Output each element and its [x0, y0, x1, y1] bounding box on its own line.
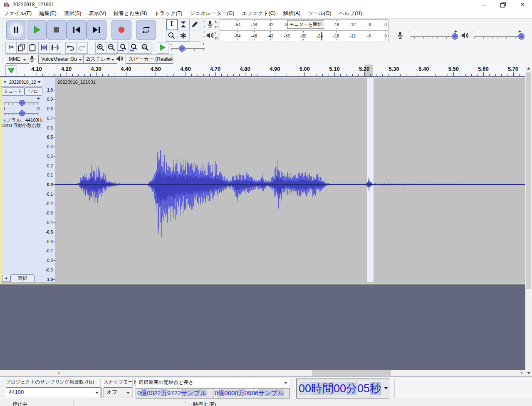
tools-grip[interactable] [162, 20, 165, 40]
menu-item-9[interactable]: ツール(O) [304, 9, 335, 18]
speed-slider-thumb[interactable] [179, 45, 185, 52]
track-title-menu[interactable]: 20220918_12 [9, 79, 42, 85]
multi-tool-button[interactable] [178, 30, 190, 42]
minimize-button[interactable]: — [475, 0, 494, 9]
play-volume-thumb[interactable] [518, 33, 525, 40]
digit-segment[interactable]: 0000 [224, 389, 238, 396]
horizontal-scroll-thumb[interactable] [312, 370, 391, 376]
snap-mode-combo[interactable]: オフ [104, 387, 133, 398]
scroll-left-arrow[interactable]: ‹ [55, 370, 62, 376]
loop-button[interactable] [136, 20, 156, 40]
waveform-display[interactable] [55, 78, 525, 282]
menu-item-5[interactable]: トラック(T) [151, 9, 186, 18]
digit-segment[interactable]: 万 [161, 389, 167, 396]
menu-item-8[interactable]: 解析(A) [280, 9, 304, 18]
menu-item-1[interactable]: 編集(E) [35, 9, 60, 18]
menu-item-0[interactable]: ファイル(F) [0, 9, 35, 18]
digit-segment[interactable]: 9722 [167, 389, 181, 396]
vertical-ruler[interactable]: 1.00.90.80.70.60.50.40.30.20.10.0-0.1-0.… [42, 78, 55, 282]
mixer-grip[interactable] [390, 31, 393, 40]
digit-segment[interactable]: 億 [141, 389, 147, 396]
fit-project-button[interactable] [129, 42, 140, 54]
track-close-button[interactable]: ✕ [2, 79, 8, 85]
recording-device-combo[interactable]: VoiceMeeter Ou [38, 55, 85, 64]
pause-button[interactable] [6, 20, 26, 40]
play-at-speed-button[interactable] [157, 42, 168, 54]
selection-start-field[interactable]: 0億0022万9722サンプル [136, 388, 213, 399]
zoom-toggle-button[interactable] [140, 42, 151, 54]
digit-segment[interactable]: 0986 [245, 389, 258, 396]
skip-to-end-button[interactable] [87, 20, 106, 40]
digit-segment[interactable]: 億 [218, 389, 224, 396]
fit-selection-button[interactable] [118, 42, 129, 54]
play-button[interactable] [27, 20, 47, 40]
zoom-tool-button[interactable] [166, 30, 178, 42]
digit-segment[interactable]: 時間 [311, 382, 334, 395]
trim-audio-button[interactable] [39, 42, 50, 54]
playback-meter[interactable]: -54-48-42-36-30-24-18-12-60 [220, 30, 388, 42]
timeline-ruler[interactable]: 4.104.204.304.404.504.604.704.804.905.00… [0, 65, 525, 77]
scroll-up-arrow[interactable] [527, 67, 530, 70]
project-rate-combo[interactable]: 44100 [6, 387, 101, 398]
gain-slider-thumb[interactable] [19, 100, 25, 106]
selection-length-field[interactable]: 0億0000万0986サンプル [213, 388, 290, 399]
menu-item-6[interactable]: ジェネレーター(G) [186, 9, 238, 18]
digit-segment[interactable]: 00 [334, 382, 346, 395]
transport-grip[interactable] [0, 20, 3, 40]
track-collapse-button[interactable]: ▲ [2, 275, 10, 282]
menu-item-3[interactable]: 表示(V) [85, 9, 110, 18]
digit-segment[interactable]: サンプル [258, 389, 284, 396]
close-button[interactable]: ✕ [513, 0, 532, 9]
channels-combo[interactable]: 2(ステレオ [83, 55, 117, 64]
menu-item-7[interactable]: エフェクト(C) [238, 9, 279, 18]
edit-grip[interactable] [0, 42, 3, 52]
silence-audio-button[interactable] [49, 42, 61, 54]
speed-slider[interactable] [171, 48, 205, 49]
stop-button[interactable] [47, 20, 67, 40]
digit-segment[interactable]: 分 [346, 382, 357, 395]
vertical-scrollbar[interactable] [525, 65, 532, 376]
cut-button[interactable]: ✂ [5, 42, 17, 54]
horizontal-scrollbar[interactable]: ‹ › [0, 370, 525, 376]
scroll-right-arrow[interactable]: › [518, 370, 525, 376]
redo-button[interactable] [76, 42, 88, 54]
record-volume-thumb[interactable] [452, 33, 458, 40]
digit-segment[interactable]: 万 [238, 389, 245, 396]
selbar-grip[interactable] [0, 379, 3, 398]
zoom-in-button[interactable] [95, 42, 107, 54]
track-select-button[interactable]: 選択 [10, 274, 35, 282]
skip-to-start-button[interactable] [67, 20, 87, 40]
solo-button[interactable]: ソロ [25, 87, 42, 96]
selection-tool-button[interactable]: I [166, 19, 178, 30]
mute-button[interactable]: ミュート [2, 87, 25, 96]
paste-button[interactable] [27, 42, 39, 54]
menu-item-2[interactable]: 選択(S) [60, 9, 85, 18]
audio-position-field[interactable]: 00時間00分05秒 [296, 379, 389, 399]
restore-button[interactable] [494, 0, 513, 9]
undo-button[interactable] [65, 42, 77, 54]
digit-segment[interactable]: 05 [357, 382, 370, 395]
device-grip[interactable] [0, 54, 3, 63]
record-button[interactable] [111, 20, 131, 40]
record-volume-slider[interactable] [410, 36, 456, 37]
playback-device-combo[interactable]: スピーカー (Realtek [126, 55, 173, 64]
digit-segment[interactable]: 00 [299, 382, 311, 395]
digit-segment[interactable]: 秒 [370, 382, 381, 395]
copy-button[interactable] [16, 42, 28, 54]
menu-item-10[interactable]: ヘルプ(H) [335, 9, 366, 18]
zoom-out-button[interactable] [106, 42, 118, 54]
pan-slider-thumb[interactable] [19, 110, 25, 116]
envelope-tool-button[interactable] [178, 19, 190, 30]
selection-mode-combo[interactable]: 選択範囲の開始点と長さ [136, 378, 290, 387]
pinned-play-head-button[interactable] [5, 65, 17, 76]
audio-host-combo[interactable]: MME [6, 55, 29, 64]
menu-item-4[interactable]: 録音と再生(N) [110, 9, 151, 18]
vertical-scroll-thumb[interactable] [526, 72, 531, 289]
digit-segment[interactable]: サンプル [181, 389, 206, 396]
time-grip[interactable] [291, 379, 294, 398]
draw-tool-button[interactable] [189, 19, 201, 30]
recording-meter[interactable]: モニターを開始 -54-48-42-36-30-24-18-12-60 [220, 19, 388, 31]
play-volume-slider[interactable] [474, 36, 522, 37]
scroll-down-arrow[interactable] [527, 372, 530, 374]
digit-segment[interactable]: 0022 [147, 389, 161, 396]
